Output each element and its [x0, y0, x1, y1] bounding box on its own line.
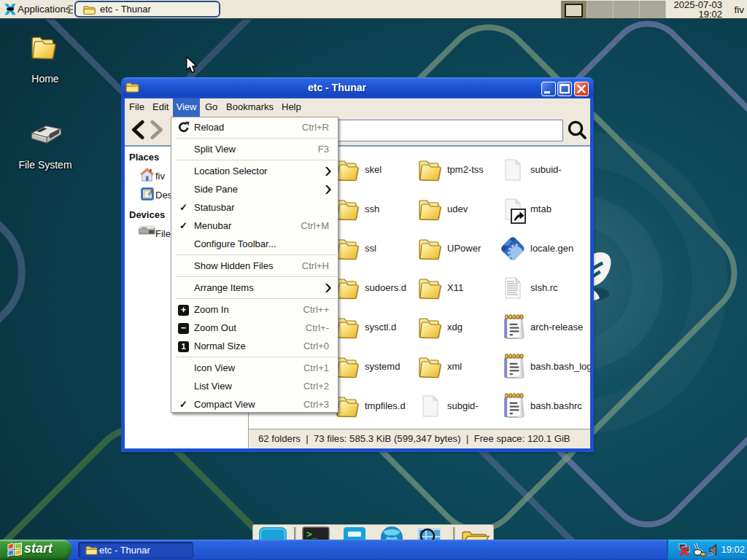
svg-text:>_: >_ — [306, 529, 318, 540]
